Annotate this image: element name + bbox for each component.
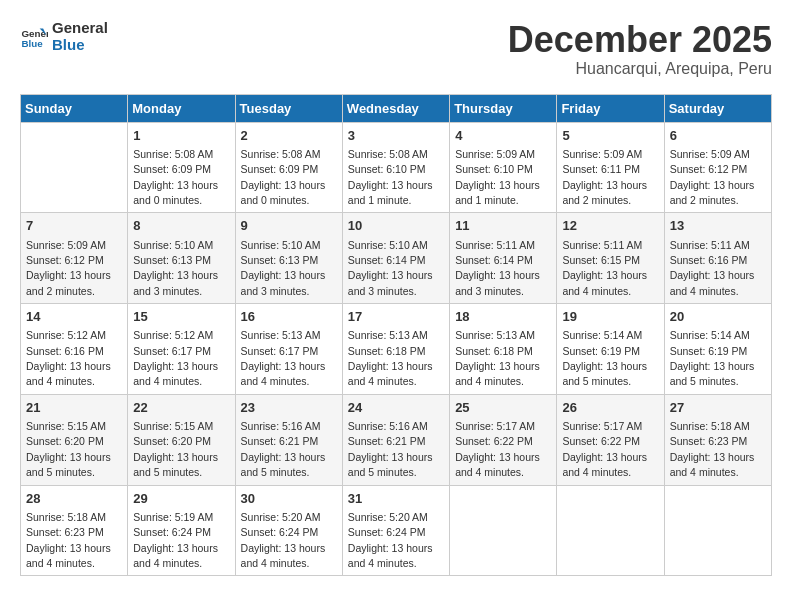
sunrise: Sunrise: 5:08 AM [241, 148, 321, 160]
sunrise: Sunrise: 5:20 AM [241, 511, 321, 523]
calendar-cell: 9 Sunrise: 5:10 AM Sunset: 6:13 PM Dayli… [235, 213, 342, 304]
daylight: Daylight: 13 hours and 5 minutes. [348, 451, 433, 478]
calendar-week-row: 21 Sunrise: 5:15 AM Sunset: 6:20 PM Dayl… [21, 394, 772, 485]
sunset: Sunset: 6:23 PM [670, 435, 748, 447]
calendar-cell: 30 Sunrise: 5:20 AM Sunset: 6:24 PM Dayl… [235, 485, 342, 576]
sunrise: Sunrise: 5:10 AM [348, 239, 428, 251]
sunset: Sunset: 6:12 PM [26, 254, 104, 266]
calendar-week-row: 1 Sunrise: 5:08 AM Sunset: 6:09 PM Dayli… [21, 122, 772, 213]
day-number: 23 [241, 399, 337, 417]
logo-icon: General Blue [20, 23, 48, 51]
sunrise: Sunrise: 5:09 AM [26, 239, 106, 251]
daylight: Daylight: 13 hours and 4 minutes. [241, 360, 326, 387]
sunrise: Sunrise: 5:08 AM [348, 148, 428, 160]
sunset: Sunset: 6:21 PM [241, 435, 319, 447]
day-number: 4 [455, 127, 551, 145]
daylight: Daylight: 13 hours and 4 minutes. [241, 542, 326, 569]
sunset: Sunset: 6:19 PM [562, 345, 640, 357]
day-number: 17 [348, 308, 444, 326]
calendar-cell: 22 Sunrise: 5:15 AM Sunset: 6:20 PM Dayl… [128, 394, 235, 485]
svg-text:Blue: Blue [21, 37, 43, 48]
location: Huancarqui, Arequipa, Peru [508, 60, 772, 78]
sunrise: Sunrise: 5:14 AM [562, 329, 642, 341]
sunset: Sunset: 6:22 PM [562, 435, 640, 447]
sunset: Sunset: 6:11 PM [562, 163, 640, 175]
calendar-cell: 26 Sunrise: 5:17 AM Sunset: 6:22 PM Dayl… [557, 394, 664, 485]
daylight: Daylight: 13 hours and 5 minutes. [133, 451, 218, 478]
calendar-cell: 13 Sunrise: 5:11 AM Sunset: 6:16 PM Dayl… [664, 213, 771, 304]
sunrise: Sunrise: 5:16 AM [241, 420, 321, 432]
day-number: 6 [670, 127, 766, 145]
day-number: 5 [562, 127, 658, 145]
day-number: 19 [562, 308, 658, 326]
sunrise: Sunrise: 5:18 AM [26, 511, 106, 523]
day-number: 16 [241, 308, 337, 326]
daylight: Daylight: 13 hours and 5 minutes. [26, 451, 111, 478]
calendar-cell: 31 Sunrise: 5:20 AM Sunset: 6:24 PM Dayl… [342, 485, 449, 576]
sunset: Sunset: 6:17 PM [241, 345, 319, 357]
sunset: Sunset: 6:09 PM [133, 163, 211, 175]
sunrise: Sunrise: 5:20 AM [348, 511, 428, 523]
calendar-cell: 25 Sunrise: 5:17 AM Sunset: 6:22 PM Dayl… [450, 394, 557, 485]
day-number: 1 [133, 127, 229, 145]
day-number: 3 [348, 127, 444, 145]
calendar-cell: 10 Sunrise: 5:10 AM Sunset: 6:14 PM Dayl… [342, 213, 449, 304]
day-number: 8 [133, 217, 229, 235]
sunrise: Sunrise: 5:14 AM [670, 329, 750, 341]
day-number: 21 [26, 399, 122, 417]
calendar-week-row: 14 Sunrise: 5:12 AM Sunset: 6:16 PM Dayl… [21, 304, 772, 395]
day-number: 22 [133, 399, 229, 417]
daylight: Daylight: 13 hours and 0 minutes. [241, 179, 326, 206]
sunset: Sunset: 6:17 PM [133, 345, 211, 357]
daylight: Daylight: 13 hours and 3 minutes. [455, 269, 540, 296]
sunset: Sunset: 6:10 PM [348, 163, 426, 175]
calendar-cell: 28 Sunrise: 5:18 AM Sunset: 6:23 PM Dayl… [21, 485, 128, 576]
logo-general: General [52, 20, 108, 37]
sunrise: Sunrise: 5:17 AM [455, 420, 535, 432]
logo-blue: Blue [52, 37, 108, 54]
daylight: Daylight: 13 hours and 5 minutes. [241, 451, 326, 478]
day-number: 11 [455, 217, 551, 235]
sunrise: Sunrise: 5:13 AM [241, 329, 321, 341]
daylight: Daylight: 13 hours and 4 minutes. [455, 360, 540, 387]
sunrise: Sunrise: 5:10 AM [133, 239, 213, 251]
calendar-cell: 21 Sunrise: 5:15 AM Sunset: 6:20 PM Dayl… [21, 394, 128, 485]
calendar-cell: 3 Sunrise: 5:08 AM Sunset: 6:10 PM Dayli… [342, 122, 449, 213]
daylight: Daylight: 13 hours and 2 minutes. [26, 269, 111, 296]
day-number: 10 [348, 217, 444, 235]
logo: General Blue General Blue [20, 20, 108, 53]
sunset: Sunset: 6:13 PM [133, 254, 211, 266]
sunrise: Sunrise: 5:09 AM [562, 148, 642, 160]
sunset: Sunset: 6:23 PM [26, 526, 104, 538]
calendar-cell [21, 122, 128, 213]
calendar-cell: 6 Sunrise: 5:09 AM Sunset: 6:12 PM Dayli… [664, 122, 771, 213]
sunrise: Sunrise: 5:13 AM [455, 329, 535, 341]
calendar-week-row: 28 Sunrise: 5:18 AM Sunset: 6:23 PM Dayl… [21, 485, 772, 576]
calendar-cell: 7 Sunrise: 5:09 AM Sunset: 6:12 PM Dayli… [21, 213, 128, 304]
calendar-cell: 19 Sunrise: 5:14 AM Sunset: 6:19 PM Dayl… [557, 304, 664, 395]
calendar-cell: 23 Sunrise: 5:16 AM Sunset: 6:21 PM Dayl… [235, 394, 342, 485]
sunset: Sunset: 6:16 PM [26, 345, 104, 357]
sunset: Sunset: 6:18 PM [348, 345, 426, 357]
weekday-header: Sunday [21, 94, 128, 122]
sunset: Sunset: 6:20 PM [133, 435, 211, 447]
calendar-table: SundayMondayTuesdayWednesdayThursdayFrid… [20, 94, 772, 577]
day-number: 13 [670, 217, 766, 235]
sunrise: Sunrise: 5:10 AM [241, 239, 321, 251]
weekday-header-row: SundayMondayTuesdayWednesdayThursdayFrid… [21, 94, 772, 122]
title-block: December 2025 Huancarqui, Arequipa, Peru [508, 20, 772, 78]
daylight: Daylight: 13 hours and 1 minute. [455, 179, 540, 206]
day-number: 7 [26, 217, 122, 235]
sunset: Sunset: 6:24 PM [241, 526, 319, 538]
daylight: Daylight: 13 hours and 4 minutes. [348, 360, 433, 387]
weekday-header: Tuesday [235, 94, 342, 122]
calendar-cell: 15 Sunrise: 5:12 AM Sunset: 6:17 PM Dayl… [128, 304, 235, 395]
sunrise: Sunrise: 5:09 AM [670, 148, 750, 160]
calendar-cell: 12 Sunrise: 5:11 AM Sunset: 6:15 PM Dayl… [557, 213, 664, 304]
calendar-cell: 24 Sunrise: 5:16 AM Sunset: 6:21 PM Dayl… [342, 394, 449, 485]
day-number: 29 [133, 490, 229, 508]
sunrise: Sunrise: 5:16 AM [348, 420, 428, 432]
sunset: Sunset: 6:21 PM [348, 435, 426, 447]
calendar-cell: 18 Sunrise: 5:13 AM Sunset: 6:18 PM Dayl… [450, 304, 557, 395]
weekday-header: Monday [128, 94, 235, 122]
